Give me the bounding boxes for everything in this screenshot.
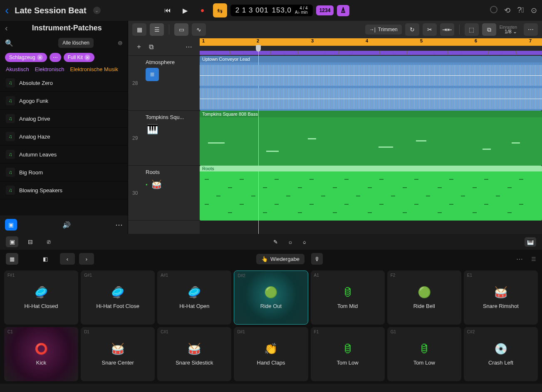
trim-tool[interactable]: →| Trimmen bbox=[365, 25, 402, 35]
drum-note[interactable] bbox=[356, 196, 360, 196]
midi-note[interactable] bbox=[416, 140, 426, 141]
drum-pad[interactable]: C1⭕Kick bbox=[4, 327, 78, 381]
drum-note[interactable] bbox=[507, 187, 512, 188]
clear-all-button[interactable]: Alle löschen bbox=[58, 38, 94, 48]
lcd-display[interactable]: 2 1 3 001 153,0 4 / 4 A♭ min bbox=[230, 5, 313, 16]
drum-note[interactable] bbox=[344, 204, 349, 205]
drum-note[interactable] bbox=[368, 187, 372, 188]
midi-note[interactable] bbox=[483, 149, 491, 150]
drum-note[interactable] bbox=[240, 179, 244, 180]
drum-note[interactable] bbox=[379, 179, 384, 180]
drum-note[interactable] bbox=[496, 196, 500, 196]
title-dropdown-icon[interactable]: ⌄ bbox=[93, 7, 101, 14]
midi-note[interactable] bbox=[266, 151, 279, 152]
grid-view-button[interactable]: ▦ bbox=[132, 23, 146, 36]
drum-pad[interactable]: G#1🥏Hi-Hat Foot Close bbox=[81, 270, 155, 325]
keyboard-track-icon[interactable]: 🎹 bbox=[146, 123, 159, 136]
drum-note[interactable] bbox=[414, 179, 418, 180]
loop-tool-icon[interactable]: ↻ bbox=[405, 23, 419, 36]
drum-note[interactable] bbox=[205, 204, 209, 205]
playback-mode-button[interactable]: 👆 Wiedergabe bbox=[256, 254, 304, 264]
drum-note[interactable] bbox=[228, 187, 232, 188]
sidebar-back-icon[interactable]: ‹ bbox=[5, 23, 8, 33]
drum-note[interactable] bbox=[309, 179, 314, 180]
drum-pad[interactable]: D1🥁Snare Center bbox=[81, 327, 155, 381]
audio-track-icon[interactable]: ≡ bbox=[146, 68, 159, 81]
project-title[interactable]: Late Session Beat bbox=[15, 6, 86, 15]
join-icon[interactable]: ⇥⇤ bbox=[440, 23, 454, 36]
drum-note[interactable] bbox=[205, 179, 209, 180]
drum-note[interactable] bbox=[391, 196, 395, 196]
drum-note[interactable] bbox=[263, 212, 267, 213]
tag-fullkit[interactable]: Full Kit✕ bbox=[64, 53, 95, 62]
drum-note[interactable] bbox=[484, 204, 488, 205]
patch-item[interactable]: ♫Autumn Leaves bbox=[0, 146, 128, 164]
cycle-range[interactable] bbox=[200, 38, 542, 46]
midi-note[interactable] bbox=[379, 146, 393, 148]
undo-icon[interactable]: ⟲ bbox=[504, 6, 510, 15]
tag-schlagzeug[interactable]: Schlagzeug✕ bbox=[5, 53, 47, 62]
midi-region[interactable]: Tompkins Square 808 Bass bbox=[200, 111, 542, 166]
drum-note[interactable] bbox=[438, 187, 442, 188]
track-name[interactable]: Atmosphere bbox=[146, 59, 196, 65]
drum-note[interactable] bbox=[403, 212, 407, 213]
scissors-icon[interactable]: ✂ bbox=[423, 23, 437, 36]
patch-item[interactable]: ♫Analog Drive bbox=[0, 110, 128, 128]
sidebar-more-icon[interactable]: ⋯ bbox=[115, 220, 123, 229]
track-name[interactable]: Roots bbox=[146, 169, 196, 175]
drum-note[interactable] bbox=[507, 212, 512, 213]
drum-note[interactable] bbox=[228, 212, 232, 213]
patch-item[interactable]: ♫Big Room bbox=[0, 164, 128, 181]
more-icon[interactable]: ⊙ bbox=[531, 6, 537, 15]
drum-note[interactable] bbox=[333, 187, 337, 188]
drum-note[interactable] bbox=[298, 212, 302, 213]
drum-note[interactable] bbox=[275, 179, 279, 180]
drum-note[interactable] bbox=[449, 204, 453, 205]
mixer-icon[interactable]: ⎐ bbox=[303, 239, 306, 245]
midi-note[interactable] bbox=[308, 138, 316, 139]
drum-note[interactable] bbox=[473, 212, 477, 213]
drum-pad[interactable]: D#1👏Hand Claps bbox=[234, 327, 308, 381]
pad-record-icon[interactable]: 🎙 bbox=[311, 253, 323, 265]
drum-pad[interactable]: D#2🟢Ride Out bbox=[234, 270, 308, 325]
drum-note[interactable] bbox=[216, 196, 220, 196]
editor-tab-2[interactable]: ⊟ bbox=[24, 236, 37, 247]
subtag-elektronische-musik[interactable]: Elektronische Musik bbox=[70, 66, 118, 72]
duplicate-track-icon[interactable]: ⧉ bbox=[149, 43, 153, 51]
snap-setting[interactable]: Einrasten 1/8 ⌄ bbox=[500, 25, 517, 34]
subtag-elektronisch[interactable]: Elektronisch bbox=[35, 66, 64, 72]
pad-prev-button[interactable]: ‹ bbox=[60, 253, 75, 265]
drum-pad[interactable]: F#1🥏Hi-Hat Closed bbox=[4, 270, 78, 325]
tag-more[interactable]: ⋯ bbox=[49, 53, 61, 62]
remove-tag-icon[interactable]: ✕ bbox=[84, 55, 90, 60]
track-more-icon[interactable]: ⋯ bbox=[186, 43, 192, 51]
copy-icon[interactable]: ⧉ bbox=[482, 23, 496, 36]
record-button[interactable]: ● bbox=[196, 3, 210, 17]
pad-menu-icon[interactable]: ☰ bbox=[531, 256, 536, 262]
library-button[interactable]: ▣ bbox=[5, 219, 17, 231]
add-track-icon[interactable]: ＋ bbox=[136, 42, 142, 51]
search-icon[interactable]: 🔍 bbox=[5, 39, 13, 47]
drum-pad[interactable]: E1🥁Snare Rimshot bbox=[464, 270, 538, 325]
drum-note[interactable] bbox=[426, 196, 430, 196]
rewind-button[interactable]: ⏮ bbox=[161, 3, 175, 17]
patch-item[interactable]: ♫Blowing Speakers bbox=[0, 181, 128, 199]
region-view-button[interactable]: ▭ bbox=[174, 23, 188, 36]
drum-note[interactable] bbox=[379, 204, 384, 205]
drum-note[interactable] bbox=[461, 196, 465, 196]
editor-tab-3[interactable]: ⎚ bbox=[42, 236, 55, 247]
drum-pad[interactable]: F1🛢Tom Low bbox=[311, 327, 385, 381]
midi-note[interactable] bbox=[512, 142, 520, 144]
arrangement-marker[interactable] bbox=[200, 51, 542, 55]
drum-note[interactable] bbox=[449, 179, 453, 180]
help-icon[interactable]: ?⃝ bbox=[517, 6, 524, 15]
play-button[interactable]: ▶ bbox=[178, 3, 192, 17]
track-name[interactable]: Tompkins Squ... bbox=[146, 114, 196, 120]
back-button[interactable]: ‹ bbox=[5, 4, 9, 17]
drum-note[interactable] bbox=[368, 212, 372, 213]
drum-note[interactable] bbox=[484, 179, 488, 180]
drum-note[interactable] bbox=[333, 212, 337, 213]
drum-note[interactable] bbox=[309, 204, 314, 205]
drum-note[interactable] bbox=[414, 204, 418, 205]
marquee-icon[interactable]: ⬚ bbox=[465, 23, 479, 36]
